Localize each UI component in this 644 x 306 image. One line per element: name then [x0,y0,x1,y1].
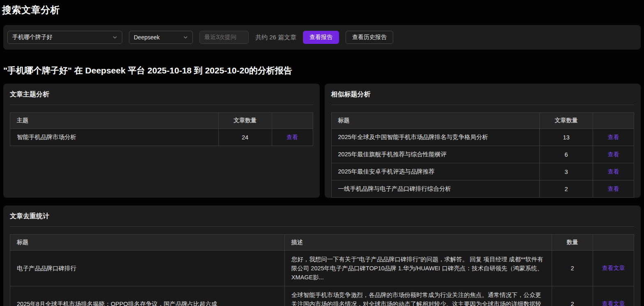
count-cell: 2 [552,251,593,286]
view-link[interactable]: 查看 [608,185,619,192]
topic-cell: 智能手机品牌市场分析 [10,129,219,146]
view-article-link[interactable]: 查看文章 [602,300,625,306]
view-link[interactable]: 查看 [608,168,619,175]
similar-card-title: 相似标题分析 [331,90,635,105]
column-header-count: 数量 [552,235,593,251]
column-header-action [593,113,634,129]
desc-cell: 全球智能手机市场竞争激烈，各品牌的市场份额时常成为行业关注的焦点。通常情况下，公… [284,286,552,306]
chevron-down-icon [183,35,188,40]
title-cell: 一线手机品牌与电子产品口碑排行综合分析 [331,180,540,198]
table-header-row: 标题 文章数量 [331,113,634,129]
count-cell: 3 [540,163,593,180]
desc-cell: 您好，我想问一下有关于"电子产品品牌口碑排行"的问题，求解答。 回复 项目经理 … [284,251,552,286]
dedup-card-title: 文章去重统计 [10,212,634,227]
view-report-button[interactable]: 查看报告 [303,31,339,44]
table-row: 一线手机品牌与电子产品口碑排行综合分析 2 查看 [331,180,634,198]
recent-questions-input[interactable]: 最近3次提问 [199,31,249,44]
platform-select-value: Deepseek [134,34,160,41]
column-header-title: 标题 [10,235,285,251]
count-cell: 13 [540,129,593,146]
page-title: 搜索文章分析 [2,4,644,16]
title-cell: 2025年全球及中国智能手机市场品牌排名与竞争格局分析 [331,129,540,146]
view-article-link[interactable]: 查看文章 [602,265,625,271]
view-link[interactable]: 查看 [286,134,298,140]
table-row: 2025年全球及中国智能手机市场品牌排名与竞争格局分析 13 查看 [331,129,634,146]
column-header-topic: 主题 [10,113,219,129]
dedup-table: 标题 描述 数量 电子产品品牌口碑排行 您好，我想问一下有关于"电子产品品牌口碑… [10,234,634,306]
count-cell: 6 [540,146,593,163]
dedup-stats-card: 文章去重统计 标题 描述 数量 电子产品品牌口碑排行 您好，我想问一下有关于"电… [3,206,641,306]
table-header-row: 主题 文章数量 [10,113,313,129]
table-row: 2025年最佳旗舰手机推荐与综合性能横评 6 查看 [331,146,634,163]
column-header-count: 文章数量 [218,113,272,129]
column-header-title: 标题 [331,113,540,129]
table-row: 电子产品品牌口碑排行 您好，我想问一下有关于"电子产品品牌口碑排行"的问题，求解… [10,251,634,286]
title-cell: 电子产品品牌口碑排行 [10,251,285,286]
chevron-down-icon [112,35,117,40]
keyword-select[interactable]: 手机哪个牌子好 [7,31,122,44]
title-cell: 2025年8月全球手机市场排名揭晓：OPPO排名存争议，国产品牌占比超六成 [10,286,285,306]
view-link[interactable]: 查看 [608,134,619,140]
count-cell: 24 [218,129,272,146]
table-row: 智能手机品牌市场分析 24 查看 [10,129,313,146]
title-cell: 2025年最佳安卓手机评选与品牌推荐 [331,163,540,180]
topic-card-title: 文章主题分析 [10,90,313,105]
table-row: 2025年最佳安卓手机评选与品牌推荐 3 查看 [331,163,634,180]
table-row: 2025年8月全球手机市场排名揭晓：OPPO排名存争议，国产品牌占比超六成 全球… [10,286,634,306]
toolbar: 手机哪个牌子好 Deepseek 最近3次提问 共约 26 篇文章 查看报告 查… [3,25,641,50]
count-cell: 2 [552,286,593,306]
similar-title-card: 相似标题分析 标题 文章数量 2025年全球及中国智能手机市场品牌排名与竞争格局… [325,84,641,198]
column-header-action [272,113,313,129]
topic-analysis-card: 文章主题分析 主题 文章数量 智能手机品牌市场分析 24 查看 [3,84,320,198]
platform-select[interactable]: Deepseek [129,31,193,44]
column-header-count: 文章数量 [540,113,593,129]
count-cell: 2 [540,180,593,198]
column-header-desc: 描述 [284,235,552,251]
similar-title-table: 标题 文章数量 2025年全球及中国智能手机市场品牌排名与竞争格局分析 13 查… [331,112,635,198]
table-header-row: 标题 描述 数量 [10,235,634,251]
column-header-action [593,235,634,251]
recent-questions-value: 最近3次提问 [204,34,236,41]
title-cell: 2025年最佳旗舰手机推荐与综合性能横评 [331,146,540,163]
view-history-report-button[interactable]: 查看历史报告 [346,31,393,44]
topic-table: 主题 文章数量 智能手机品牌市场分析 24 查看 [10,112,313,146]
article-count-text: 共约 26 篇文章 [255,34,296,41]
report-heading: "手机哪个牌子好" 在 Deepseek 平台 2025-10-18 到 202… [3,65,641,76]
view-link[interactable]: 查看 [608,151,619,158]
keyword-select-value: 手机哪个牌子好 [12,34,53,41]
analysis-cards-row: 文章主题分析 主题 文章数量 智能手机品牌市场分析 24 查看 相似标题分析 [3,84,641,198]
